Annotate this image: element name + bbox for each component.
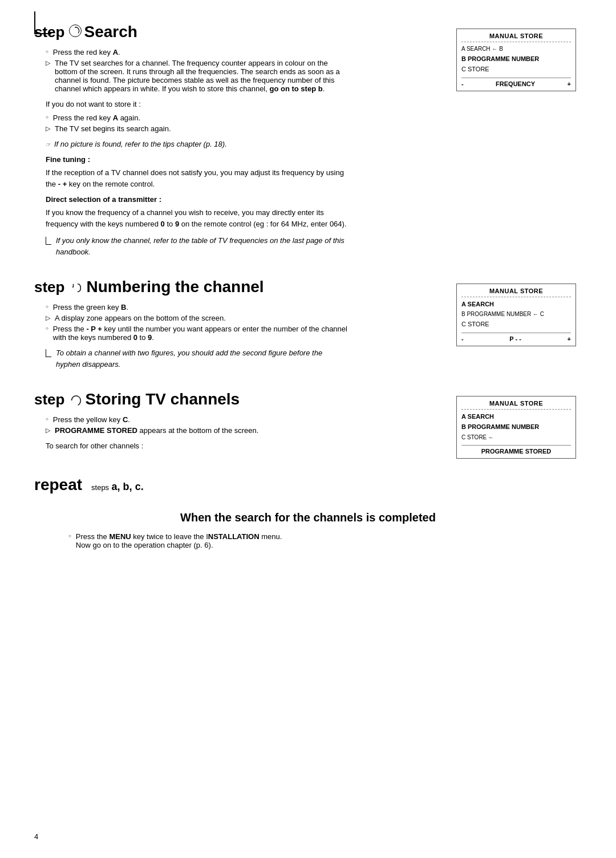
final-bullet-text: Press the MENU key twice to leave the IN… bbox=[76, 532, 282, 549]
step-a-word: step bbox=[34, 23, 64, 41]
direct-selection-heading: Direct selection of a transmitter : bbox=[46, 195, 348, 204]
step-a-bullet-1: ○ Press the red key A. bbox=[46, 48, 348, 56]
repeat-steps-label: steps bbox=[91, 483, 109, 492]
page: step Search ○ Press the red key A. ▷ The… bbox=[0, 0, 616, 858]
step-a-tv-footer: - FREQUENCY + bbox=[461, 78, 571, 87]
step-a-note-text: If no picture is found, refer to the tip… bbox=[54, 139, 227, 150]
repeat-label: repeat bbox=[34, 476, 82, 494]
step-a-bullet-list-2: ○ Press the red key A again. ▷ The TV se… bbox=[46, 114, 348, 133]
step-b-content: step Numbering the channel ○ Press the g… bbox=[34, 278, 365, 373]
step-a-tv-row-1: A SEARCH ← B bbox=[461, 45, 571, 53]
bullet-arrow-icon: ▷ bbox=[46, 59, 50, 67]
final-section: When the search for the channels is comp… bbox=[34, 511, 582, 549]
step-b-bullet-3: ○ Press the - P + key until the number y… bbox=[46, 325, 348, 342]
step-c-bullet-1-text: Press the yellow key C. bbox=[53, 415, 130, 424]
step-c-tv-footer: PROGRAMME STORED bbox=[461, 445, 571, 455]
step-c-tv-box: MANUAL STORE A SEARCH B PROGRAMME NUMBER… bbox=[456, 396, 576, 459]
bullet-circle-c1: ○ bbox=[46, 416, 48, 422]
step-a-header: step Search bbox=[34, 23, 348, 41]
step-a-bullet-3-text: Press the red key A again. bbox=[53, 114, 140, 122]
step-b-tv-row-1: A SEARCH bbox=[461, 300, 571, 309]
step-c-tv-row-3: C STORE ← bbox=[461, 434, 571, 442]
fine-tuning-text: If the reception of a TV channel does no… bbox=[46, 167, 348, 189]
step-a-content: step Search ○ Press the red key A. ▷ The… bbox=[34, 23, 365, 261]
step-c-tv-box-title: MANUAL STORE bbox=[461, 400, 571, 410]
step-c-bullet-list: ○ Press the yellow key C. ▷ PROGRAMME ST… bbox=[46, 415, 348, 435]
step-b-tv-box: MANUAL STORE A SEARCH B PROGRAMME NUMBER… bbox=[456, 284, 576, 346]
bullet-circle-b3: ○ bbox=[46, 326, 48, 331]
step-a-note2: If you only know the channel, refer to t… bbox=[46, 235, 348, 257]
step-a-bullet-3: ○ Press the red key A again. bbox=[46, 114, 348, 122]
direct-selection-text: If you know the frequency of a channel y… bbox=[46, 207, 348, 229]
step-a-note: ☞ If no picture is found, refer to the t… bbox=[46, 139, 348, 150]
step-b-tv-footer-right: + bbox=[568, 335, 571, 342]
note-icon-b bbox=[46, 349, 51, 357]
step-a-tv-footer-right: + bbox=[568, 80, 571, 87]
step-b-tv-footer-center: P - - bbox=[509, 335, 521, 342]
repeat-steps-text: steps a, b, c. bbox=[91, 481, 144, 493]
step-c-content: step Storing TV channels ○ Press the yel… bbox=[34, 390, 365, 459]
step-b-note-text: To obtain a channel with two figures, yo… bbox=[56, 347, 348, 370]
final-bullet-list: ○ Press the MENU key twice to leave the … bbox=[68, 532, 582, 549]
bullet-circle-icon: ○ bbox=[46, 49, 48, 54]
step-b-header: step Numbering the channel bbox=[34, 278, 348, 296]
step-a-bullet-2: ▷ The TV set searches for a channel. The… bbox=[46, 59, 348, 93]
step-b-tv-box-title: MANUAL STORE bbox=[461, 288, 571, 297]
page-number: 4 bbox=[34, 832, 38, 841]
step-a-section: step Search ○ Press the red key A. ▷ The… bbox=[34, 23, 582, 261]
step-b-bullet-1-text: Press the green key B. bbox=[53, 303, 128, 311]
step-a-tv-footer-left: - bbox=[461, 80, 464, 87]
step-a-tv-box-container: MANUAL STORE A SEARCH ← B B PROGRAMME NU… bbox=[456, 29, 582, 261]
step-b-word: step bbox=[34, 278, 64, 296]
step-c-header: step Storing TV channels bbox=[34, 390, 348, 408]
step-a-title: Search bbox=[84, 23, 137, 41]
step-a-bullet-2-text: The TV set searches for a channel. The f… bbox=[55, 59, 348, 93]
step-c-word: step bbox=[34, 391, 64, 408]
step-b-bullet-list: ○ Press the green key B. ▷ A display zon… bbox=[46, 303, 348, 342]
step-c-icon bbox=[69, 394, 83, 407]
step-c-extra: To search for other channels : bbox=[46, 440, 348, 452]
bullet-arrow-b2: ▷ bbox=[46, 314, 50, 322]
step-a-note2-text: If you only know the channel, refer to t… bbox=[56, 235, 348, 257]
step-a-if-not-store: If you do not want to store it : bbox=[46, 99, 348, 110]
step-b-bullet-1: ○ Press the green key B. bbox=[46, 303, 348, 311]
step-b-tv-row-2: B PROGRAMME NUMBER ← C bbox=[461, 310, 571, 318]
step-c-tv-box-container: MANUAL STORE A SEARCH B PROGRAMME NUMBER… bbox=[456, 396, 582, 459]
repeat-steps-abc: a, b, c. bbox=[112, 481, 144, 492]
step-c-section: step Storing TV channels ○ Press the yel… bbox=[34, 390, 582, 459]
note-icon-2 bbox=[46, 237, 51, 245]
step-b-bullet-2-text: A display zone appears on the bottom of … bbox=[55, 314, 226, 322]
step-a-tv-footer-center: FREQUENCY bbox=[496, 80, 535, 87]
step-c-tv-row-2: B PROGRAMME NUMBER bbox=[461, 423, 571, 431]
step-c-bullet-1: ○ Press the yellow key C. bbox=[46, 415, 348, 424]
step-b-bullet-2: ▷ A display zone appears on the bottom o… bbox=[46, 314, 348, 322]
step-a-tv-box: MANUAL STORE A SEARCH ← B B PROGRAMME NU… bbox=[456, 29, 576, 91]
bullet-arrow-c2: ▷ bbox=[46, 427, 50, 434]
bullet-circle-icon-2: ○ bbox=[46, 115, 48, 120]
step-b-note: To obtain a channel with two figures, yo… bbox=[46, 347, 348, 370]
step-c-title: Storing TV channels bbox=[85, 390, 240, 408]
step-a-bullet-4: ▷ The TV set begins its search again. bbox=[46, 124, 348, 133]
step-c-tv-row-1: A SEARCH bbox=[461, 412, 571, 421]
step-c-bullet-2: ▷ PROGRAMME STORED appears at the bottom… bbox=[46, 426, 348, 435]
step-a-tv-row-2: B PROGRAMME NUMBER bbox=[461, 55, 571, 63]
final-content: ○ Press the MENU key twice to leave the … bbox=[57, 532, 582, 549]
final-bullet-circle: ○ bbox=[68, 533, 71, 539]
step-c-bullet-2-text: PROGRAMME STORED appears at the bottom o… bbox=[55, 426, 258, 435]
step-b-icon bbox=[70, 282, 83, 294]
final-title: When the search for the channels is comp… bbox=[34, 511, 582, 524]
step-b-tv-footer: - P - - + bbox=[461, 333, 571, 342]
step-a-tv-box-title: MANUAL STORE bbox=[461, 33, 571, 42]
step-a-bullet-4-text: The TV set begins its search again. bbox=[55, 124, 171, 133]
step-a-tv-row-3: C STORE bbox=[461, 65, 571, 74]
bullet-arrow-icon-2: ▷ bbox=[46, 125, 50, 132]
step-a-bullet-list: ○ Press the red key A. ▷ The TV set sear… bbox=[46, 48, 348, 93]
final-bullet-1: ○ Press the MENU key twice to leave the … bbox=[68, 532, 582, 549]
step-b-tv-row-3: C STORE bbox=[461, 320, 571, 329]
step-b-tv-footer-left: - bbox=[461, 335, 464, 342]
bullet-circle-b1: ○ bbox=[46, 304, 48, 309]
note-icon: ☞ bbox=[46, 140, 51, 149]
step-b-title: Numbering the channel bbox=[86, 278, 264, 296]
step-b-tv-box-container: MANUAL STORE A SEARCH B PROGRAMME NUMBER… bbox=[456, 284, 582, 373]
step-b-section: step Numbering the channel ○ Press the g… bbox=[34, 278, 582, 373]
